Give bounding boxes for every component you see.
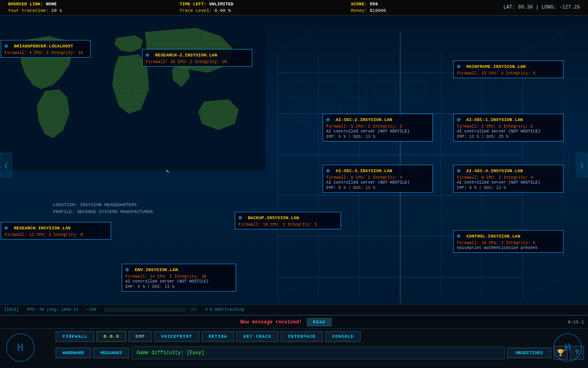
crosshair-icon bbox=[146, 52, 153, 59]
svg-rect-28 bbox=[347, 81, 368, 97]
hud-score: Score: 550 Money: $10000 bbox=[351, 1, 386, 14]
scroll-left-arrow[interactable]: ❮ bbox=[0, 153, 12, 177]
node-aisec1[interactable]: AI-SEC-1.INSYSION.LAN Firewall: 2 CPU: 2… bbox=[453, 114, 564, 141]
tool-buttons-row: FIREWALL D.O.S EMP VOICEPRINT RETINA KEY… bbox=[0, 329, 588, 344]
trace-level-label: Trace Level: 0.00 % bbox=[180, 8, 234, 14]
new-message-label: New message received! bbox=[240, 319, 302, 325]
time-left-label: Time Left: UNLIMITED bbox=[180, 1, 234, 7]
bottom-panel: H H New message received! READ 0:15.1 FI… bbox=[0, 315, 588, 368]
aisec1-title: AI-SEC-1.INSYSION.LAN bbox=[466, 117, 523, 122]
aisec4-stats: Firewall: 9 CPU: 2 Integrity: 4 bbox=[457, 175, 560, 180]
mainframe-stats: Firewall: 13 CPU: 4 Integrity: 8 bbox=[457, 71, 560, 76]
svg-rect-29 bbox=[376, 81, 396, 97]
hud-coords: LAT: 80.30 | LONG: -127.20 bbox=[503, 4, 580, 11]
crosshair-icon bbox=[4, 224, 12, 232]
bottom-row: HARDWARE MESSAGES Game difficulty: [Easy… bbox=[0, 344, 588, 361]
progress-track bbox=[105, 308, 186, 312]
left-coord: -200 bbox=[87, 307, 96, 312]
interface-button[interactable]: INTERFACE bbox=[281, 331, 323, 342]
aisec4-emp: EMP: 6 % | DOS: 13 % bbox=[457, 186, 560, 190]
node-aisec3[interactable]: AI-SEC-3.INSYSION.LAN Firewall: 8 CPU: 2… bbox=[323, 165, 433, 193]
aisec4-title: AI-SEC-4.INSYSION.LAN bbox=[466, 168, 523, 173]
aisec3-title: AI-SEC-3.INSYSION.LAN bbox=[336, 168, 392, 173]
aisec3-emp: EMP: 6 % | DOS: 13 % bbox=[326, 186, 429, 190]
world-map bbox=[0, 16, 265, 171]
firewall-button[interactable]: FIREWALL bbox=[56, 331, 94, 342]
node-brianspencer[interactable]: BRIANSPENCER.LOCALHOST Firewall: 4 CPU: … bbox=[1, 40, 91, 58]
mainframe-title: MAINFRAME.INSYSION.LAN bbox=[466, 64, 526, 69]
logo-circle-right: H bbox=[553, 333, 582, 362]
control-stats: Firewall: 10 CPU: 2 Integrity: 6 bbox=[457, 241, 560, 245]
env-stats: Firewall: 14 CPU: 2 Integrity: 10 bbox=[125, 274, 232, 279]
key-crack-button[interactable]: KEY CRACK bbox=[236, 331, 278, 342]
brianspencer-stats: Firewall: 4 CPU: 3 Integrity: 10 bbox=[4, 51, 87, 55]
objectives-button[interactable]: OBJECTIVES bbox=[507, 348, 551, 358]
right-coord: 200 bbox=[189, 307, 197, 312]
node-research[interactable]: RESEARCH.INSYSION.LAN Firewall: 12 CPU: … bbox=[1, 222, 111, 240]
crosshair-icon bbox=[457, 63, 464, 70]
status-bar: [IDLE] FPS: 59 (Avg: 1049.4) -200 200 4 … bbox=[0, 304, 588, 315]
game-area: ❮ ❯ ↖ Location: Insysion Headquarters Pr… bbox=[0, 16, 588, 315]
aisec2-desc: AI controlled server (NOT HOSTILE) bbox=[326, 129, 429, 134]
money-label: Money: $10000 bbox=[351, 8, 386, 14]
aisec2-title: AI-SEC-2.INSYSION.LAN bbox=[336, 117, 392, 122]
console-button[interactable]: CONSOLE bbox=[325, 331, 361, 342]
aisec2-stats: Firewall: 5 CPU: 2 Integrity: 3 bbox=[326, 124, 429, 129]
logo-circle-left: H bbox=[6, 333, 35, 362]
env-title: ENV.INSYSION.LAN bbox=[135, 267, 178, 272]
tracetime-label: Your tracetime: 20 s bbox=[8, 8, 62, 14]
svg-line-23 bbox=[523, 277, 564, 298]
top-hud: Bounced Link: NONE Your tracetime: 20 s … bbox=[0, 0, 588, 16]
fps-display: FPS: 59 (Avg: 1049.4) bbox=[27, 307, 78, 312]
messages-button[interactable]: MESSAGES bbox=[94, 348, 129, 358]
location-info: Location: Insysion Headquarters Profile:… bbox=[53, 202, 153, 215]
logo-right: H bbox=[547, 327, 588, 368]
crosshair-icon bbox=[238, 214, 246, 222]
svg-line-22 bbox=[278, 277, 318, 298]
control-title: CONTROL.INSYSION.LAN bbox=[466, 234, 520, 239]
crosshair-icon bbox=[457, 233, 464, 240]
aisec3-desc: AI controlled server (NOT HOSTILE) bbox=[326, 180, 429, 185]
tracking-info: 4 0.000/tracking bbox=[205, 307, 244, 312]
node-aisec2[interactable]: AI-SEC-2.INSYSION.LAN Firewall: 5 CPU: 2… bbox=[323, 114, 433, 141]
node-mainframe[interactable]: MAINFRAME.INSYSION.LAN Firewall: 13 CPU:… bbox=[453, 61, 564, 78]
node-backup[interactable]: BACKUP.INSYSION.LAN Firewall: 10 CPU: 2 … bbox=[235, 212, 341, 229]
aisec3-stats: Firewall: 8 CPU: 2 Integrity: 4 bbox=[326, 175, 429, 180]
hud-time: Time Left: UNLIMITED Trace Level: 0.00 % bbox=[180, 1, 234, 14]
backup-stats: Firewall: 10 CPU: 2 Integrity: 5 bbox=[238, 222, 337, 227]
backup-title: BACKUP.INSYSION.LAN bbox=[248, 215, 299, 220]
progress-container: 200 bbox=[105, 307, 197, 312]
message-bar: New message received! READ 0:15.1 bbox=[0, 316, 588, 329]
node-aisec4[interactable]: AI-SEC-4.INSYSION.LAN Firewall: 9 CPU: 2… bbox=[453, 165, 564, 193]
crosshair-icon bbox=[326, 167, 334, 175]
lat-value: LAT: 80.30 | LONG: -127.20 bbox=[503, 4, 580, 11]
crosshair-icon bbox=[457, 116, 464, 123]
bounced-link-label: Bounced Link: NONE bbox=[8, 1, 62, 7]
aisec1-stats: Firewall: 2 CPU: 2 Integrity: 2 bbox=[457, 124, 560, 129]
retina-button[interactable]: RETINA bbox=[202, 331, 234, 342]
research2-title: RESEARCH-2.INSYSION.LAN bbox=[155, 53, 217, 58]
env-desc: AI controlled server (NOT HOSTILE) bbox=[125, 279, 232, 284]
crosshair-icon bbox=[457, 167, 464, 175]
research-title: RESEARCH.INSYSION.LAN bbox=[14, 226, 71, 231]
svg-rect-30 bbox=[404, 81, 425, 97]
brianspencer-title: BRIANSPENCER.LOCALHOST bbox=[14, 44, 73, 49]
voiceprint-button[interactable]: VOICEPRINT bbox=[154, 331, 199, 342]
crosshair-icon bbox=[125, 266, 133, 274]
node-env[interactable]: ENV.INSYSION.LAN Firewall: 14 CPU: 2 Int… bbox=[122, 264, 236, 292]
logo-left: H bbox=[0, 327, 41, 368]
read-button[interactable]: READ bbox=[307, 318, 332, 326]
research2-stats: Firewall: 16 CPU: 2 Integrity: 10 bbox=[146, 60, 249, 64]
node-research2[interactable]: RESEARCH-2.INSYSION.LAN Firewall: 16 CPU… bbox=[142, 49, 252, 67]
scroll-right-arrow[interactable]: ❯ bbox=[576, 153, 588, 177]
aisec1-desc: AI controlled server (NOT HOSTILE) bbox=[457, 129, 560, 134]
crosshair-icon bbox=[326, 116, 334, 123]
control-desc: Voiceprint authentication present bbox=[457, 246, 560, 250]
hardware-button[interactable]: HARDWARE bbox=[56, 348, 91, 358]
profile-label: Profile: Defense Systems Manufacturer bbox=[53, 209, 153, 215]
dos-button[interactable]: D.O.S bbox=[97, 331, 126, 342]
emp-button[interactable]: EMP bbox=[129, 331, 152, 342]
game-status-box: Game difficulty: [Easy] bbox=[131, 346, 505, 359]
score-label: Score: 550 bbox=[351, 1, 386, 7]
node-control[interactable]: CONTROL.INSYSION.LAN Firewall: 10 CPU: 2… bbox=[453, 230, 564, 253]
